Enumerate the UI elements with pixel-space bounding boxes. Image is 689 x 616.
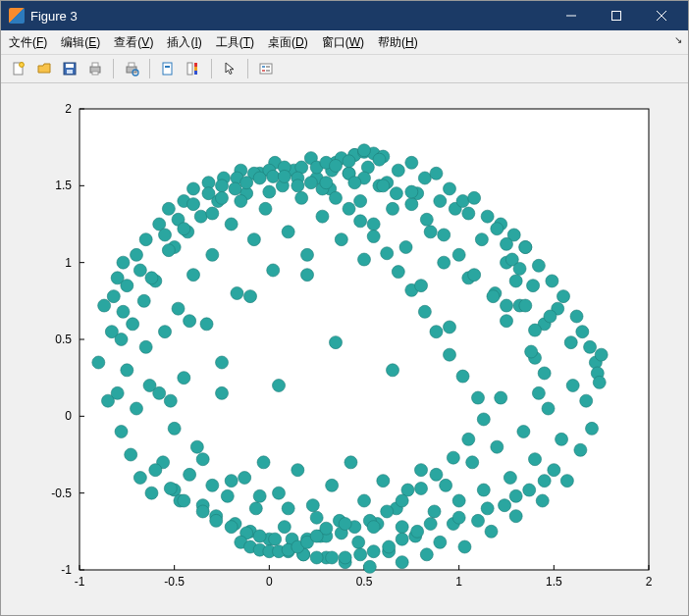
scatter-point xyxy=(418,172,431,184)
scatter-point xyxy=(477,413,490,426)
scatter-point xyxy=(348,177,361,189)
scatter-point xyxy=(504,472,516,485)
svg-point-5 xyxy=(20,63,25,68)
insert-legend-button[interactable] xyxy=(254,57,278,80)
dock-arrow-icon[interactable]: ↘ xyxy=(674,34,682,45)
scatter-point xyxy=(519,299,532,312)
scatter-point xyxy=(253,489,266,502)
scatter-point xyxy=(509,510,522,523)
scatter-point xyxy=(396,533,408,545)
menu-help[interactable]: 帮助(H) xyxy=(378,34,418,51)
scatter-point xyxy=(367,545,380,558)
menu-tools[interactable]: 工具(T) xyxy=(216,34,254,51)
scatter-point xyxy=(131,248,143,261)
scatter-point xyxy=(396,556,408,569)
scatter-point xyxy=(253,172,266,184)
scatter-point xyxy=(481,210,494,223)
scatter-point xyxy=(358,494,371,507)
svg-text:-1: -1 xyxy=(61,563,72,577)
scatter-point xyxy=(456,195,469,208)
scatter-point xyxy=(458,540,471,553)
scatter-point xyxy=(381,247,394,260)
menu-view[interactable]: 查看(V) xyxy=(114,34,153,51)
scatter-point xyxy=(438,256,450,269)
data-cursor-button[interactable] xyxy=(156,57,180,80)
scatter-point xyxy=(420,548,433,561)
print-button[interactable] xyxy=(83,57,107,80)
scatter-point xyxy=(330,191,343,204)
scatter-point xyxy=(127,318,139,331)
menu-window[interactable]: 窗口(W) xyxy=(322,34,364,51)
scatter-point xyxy=(354,195,367,208)
scatter-point xyxy=(273,487,286,499)
scatter-point xyxy=(557,290,570,303)
scatter-point xyxy=(405,198,418,211)
save-button[interactable] xyxy=(58,57,81,80)
scatter-point xyxy=(162,244,175,257)
toolbar-separator xyxy=(247,59,248,78)
scatter-point xyxy=(418,305,431,318)
scatter-point xyxy=(235,195,247,208)
scatter-point xyxy=(452,511,465,524)
menu-desktop[interactable]: 桌面(D) xyxy=(268,34,308,51)
new-figure-button[interactable] xyxy=(7,57,30,80)
scatter-plot[interactable]: -1-0.500.511.52-1-0.500.511.52 xyxy=(11,89,678,609)
scatter-point xyxy=(247,233,260,246)
scatter-point xyxy=(491,440,504,453)
menu-insert[interactable]: 插入(I) xyxy=(167,34,201,51)
scatter-point xyxy=(225,521,238,534)
scatter-point xyxy=(310,511,323,524)
scatter-point xyxy=(210,514,223,527)
scatter-point xyxy=(532,386,545,399)
svg-text:0.5: 0.5 xyxy=(356,575,373,589)
scatter-point xyxy=(468,269,481,282)
scatter-point xyxy=(206,479,219,491)
scatter-point xyxy=(501,299,513,312)
svg-rect-19 xyxy=(194,63,197,67)
scatter-point xyxy=(238,472,251,485)
scatter-point xyxy=(570,310,583,323)
scatter-point xyxy=(519,241,532,254)
figure-canvas[interactable]: -1-0.500.511.52-1-0.500.511.52 xyxy=(1,83,688,615)
scatter-point xyxy=(415,482,428,494)
figure-window: Figure 3 文件(F) 编辑(E) 查看(V) 插入(I) 工具(T) 桌… xyxy=(0,0,689,616)
scatter-point xyxy=(133,472,146,485)
svg-text:2: 2 xyxy=(646,575,653,589)
scatter-point xyxy=(229,182,241,195)
scatter-point xyxy=(316,210,329,223)
insert-colorbar-button[interactable] xyxy=(182,57,205,80)
scatter-point xyxy=(542,402,555,415)
svg-text:1: 1 xyxy=(65,256,72,270)
scatter-point xyxy=(292,180,304,192)
scatter-point xyxy=(517,426,530,438)
scatter-point xyxy=(187,269,200,282)
close-button[interactable] xyxy=(639,1,684,30)
scatter-point xyxy=(159,326,172,338)
scatter-point xyxy=(367,521,380,534)
scatter-point xyxy=(383,540,396,553)
title-bar[interactable]: Figure 3 xyxy=(1,1,688,30)
maximize-button[interactable] xyxy=(594,1,639,30)
scatter-point xyxy=(538,367,551,380)
open-button[interactable] xyxy=(32,57,56,80)
scatter-point xyxy=(244,290,257,303)
scatter-point xyxy=(216,386,229,399)
scatter-point xyxy=(527,280,540,292)
scatter-point xyxy=(532,259,545,272)
scatter-point xyxy=(560,475,573,488)
minimize-button[interactable] xyxy=(549,1,594,30)
scatter-point xyxy=(149,464,162,477)
svg-text:1.5: 1.5 xyxy=(55,179,72,192)
toolbar xyxy=(1,55,688,83)
edit-pointer-button[interactable] xyxy=(218,57,241,80)
scatter-point xyxy=(381,505,394,518)
scatter-point xyxy=(278,521,291,534)
menu-edit[interactable]: 编辑(E) xyxy=(61,34,100,51)
scatter-point xyxy=(196,453,209,466)
print-preview-button[interactable] xyxy=(120,57,143,80)
scatter-point xyxy=(92,356,105,369)
scatter-point xyxy=(405,156,418,169)
scatter-point xyxy=(184,468,196,481)
scatter-point xyxy=(162,202,175,215)
menu-file[interactable]: 文件(F) xyxy=(9,34,47,51)
